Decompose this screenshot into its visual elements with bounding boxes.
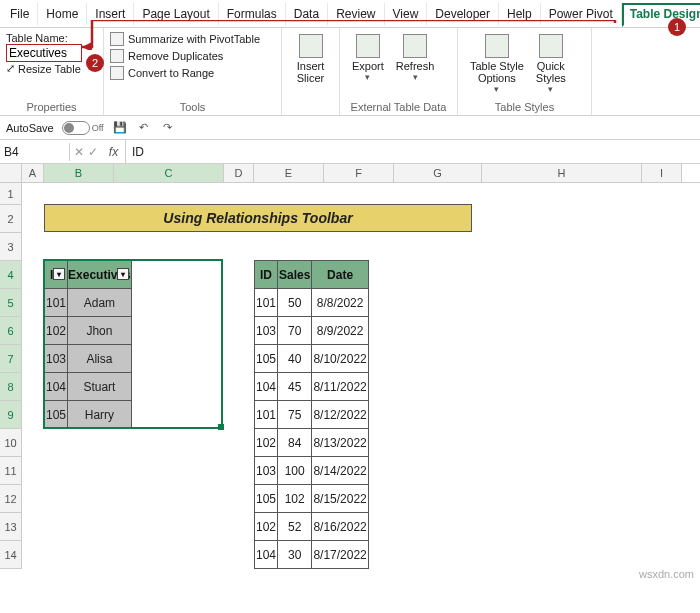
table-row[interactable]: 104458/11/2022 (255, 373, 369, 401)
remove-duplicates-button[interactable]: Remove Duplicates (110, 49, 275, 63)
tab-page-layout[interactable]: Page Layout (134, 3, 218, 25)
tab-power-pivot[interactable]: Power Pivot (541, 3, 622, 25)
export-button[interactable]: Export (346, 32, 390, 84)
cancel-icon[interactable]: ✕ (74, 145, 84, 159)
cell[interactable]: 104 (255, 373, 278, 401)
row-7[interactable]: 7 (0, 345, 22, 373)
tab-review[interactable]: Review (328, 3, 384, 25)
row-2[interactable]: 2 (0, 205, 22, 233)
cell[interactable]: 30 (278, 541, 312, 569)
cell[interactable]: 102 (278, 485, 312, 513)
cell[interactable]: 101 (45, 289, 68, 317)
cell[interactable]: 101 (255, 289, 278, 317)
row-13[interactable]: 13 (0, 513, 22, 541)
table-row[interactable]: 105Harry (45, 401, 132, 429)
tab-help[interactable]: Help (499, 3, 541, 25)
sheet-title[interactable]: Using Relationships Toolbar (44, 204, 472, 232)
table-row[interactable]: 103Alisa (45, 345, 132, 373)
cell[interactable]: 100 (278, 457, 312, 485)
cell[interactable]: 50 (278, 289, 312, 317)
cell[interactable]: 84 (278, 429, 312, 457)
tab-view[interactable]: View (385, 3, 428, 25)
table-row[interactable]: 104308/17/2022 (255, 541, 369, 569)
row-11[interactable]: 11 (0, 457, 22, 485)
redo-icon[interactable]: ↷ (160, 120, 176, 136)
col-G[interactable]: G (394, 164, 482, 182)
col-F[interactable]: F (324, 164, 394, 182)
tab-file[interactable]: File (2, 3, 38, 25)
refresh-button[interactable]: Refresh (390, 32, 441, 84)
table-row[interactable]: 102Jhon (45, 317, 132, 345)
resize-table-button[interactable]: ⤢ Resize Table (6, 62, 97, 75)
convert-to-range-button[interactable]: Convert to Range (110, 66, 275, 80)
cell[interactable]: 102 (45, 317, 68, 345)
table-row[interactable]: 102848/13/2022 (255, 429, 369, 457)
tab-table-design[interactable]: Table Design (622, 3, 700, 27)
cell[interactable]: Harry (68, 401, 132, 429)
row-10[interactable]: 10 (0, 429, 22, 457)
cell[interactable]: 8/17/2022 (312, 541, 368, 569)
autosave-toggle[interactable] (62, 121, 90, 135)
tab-home[interactable]: Home (38, 3, 87, 25)
col-E[interactable]: E (254, 164, 324, 182)
cell[interactable]: Stuart (68, 373, 132, 401)
table-row[interactable]: 103708/9/2022 (255, 317, 369, 345)
save-icon[interactable]: 💾 (112, 120, 128, 136)
quick-styles-button[interactable]: Quick Styles (530, 32, 572, 96)
t1-h2[interactable]: Executives▾ (68, 261, 132, 289)
tab-developer[interactable]: Developer (427, 3, 499, 25)
executives-table[interactable]: ID▾ Executives▾ 101Adam 102Jhon 103Alisa… (44, 260, 132, 429)
cell[interactable]: 8/8/2022 (312, 289, 368, 317)
tab-insert[interactable]: Insert (87, 3, 134, 25)
cell[interactable]: 8/10/2022 (312, 345, 368, 373)
row-6[interactable]: 6 (0, 317, 22, 345)
t2-h3[interactable]: Date (312, 261, 368, 289)
t1-h1[interactable]: ID▾ (45, 261, 68, 289)
cell[interactable]: 105 (255, 485, 278, 513)
row-9[interactable]: 9 (0, 401, 22, 429)
t2-h2[interactable]: Sales (278, 261, 312, 289)
cell[interactable]: 75 (278, 401, 312, 429)
filter-icon[interactable]: ▾ (53, 268, 65, 280)
cell[interactable]: 8/15/2022 (312, 485, 368, 513)
undo-icon[interactable]: ↶ (136, 120, 152, 136)
col-H[interactable]: H (482, 164, 642, 182)
cell[interactable]: Alisa (68, 345, 132, 373)
col-B[interactable]: B (44, 164, 114, 182)
cell[interactable]: 45 (278, 373, 312, 401)
cell[interactable]: Jhon (68, 317, 132, 345)
cell[interactable]: 8/12/2022 (312, 401, 368, 429)
cell[interactable]: 104 (45, 373, 68, 401)
table-row[interactable]: 104Stuart (45, 373, 132, 401)
row-5[interactable]: 5 (0, 289, 22, 317)
row-1[interactable]: 1 (0, 183, 22, 205)
t2-h1[interactable]: ID (255, 261, 278, 289)
insert-slicer-button[interactable]: Insert Slicer (288, 32, 333, 86)
cell[interactable]: 101 (255, 401, 278, 429)
cell[interactable]: 103 (45, 345, 68, 373)
cell[interactable]: 52 (278, 513, 312, 541)
table-style-options-button[interactable]: Table Style Options (464, 32, 530, 96)
table-row[interactable]: 101Adam (45, 289, 132, 317)
table-row[interactable]: 102528/16/2022 (255, 513, 369, 541)
cell[interactable]: 8/16/2022 (312, 513, 368, 541)
formula-value[interactable]: ID (126, 143, 150, 161)
cell[interactable]: 8/13/2022 (312, 429, 368, 457)
select-all-corner[interactable] (0, 164, 22, 182)
table-row[interactable]: 105408/10/2022 (255, 345, 369, 373)
col-A[interactable]: A (22, 164, 44, 182)
table-row[interactable]: 101758/12/2022 (255, 401, 369, 429)
cell[interactable]: 102 (255, 429, 278, 457)
row-3[interactable]: 3 (0, 233, 22, 261)
col-I[interactable]: I (642, 164, 682, 182)
cell[interactable]: 104 (255, 541, 278, 569)
tab-formulas[interactable]: Formulas (219, 3, 286, 25)
table-row[interactable]: 101508/8/2022 (255, 289, 369, 317)
row-12[interactable]: 12 (0, 485, 22, 513)
worksheet[interactable]: A B C D E F G H I 1 2 3 4 5 6 7 8 9 10 1… (0, 164, 700, 604)
tab-data[interactable]: Data (286, 3, 328, 25)
col-D[interactable]: D (224, 164, 254, 182)
cell[interactable]: 103 (255, 457, 278, 485)
cell[interactable]: 103 (255, 317, 278, 345)
summarize-pivot-button[interactable]: Summarize with PivotTable (110, 32, 275, 46)
